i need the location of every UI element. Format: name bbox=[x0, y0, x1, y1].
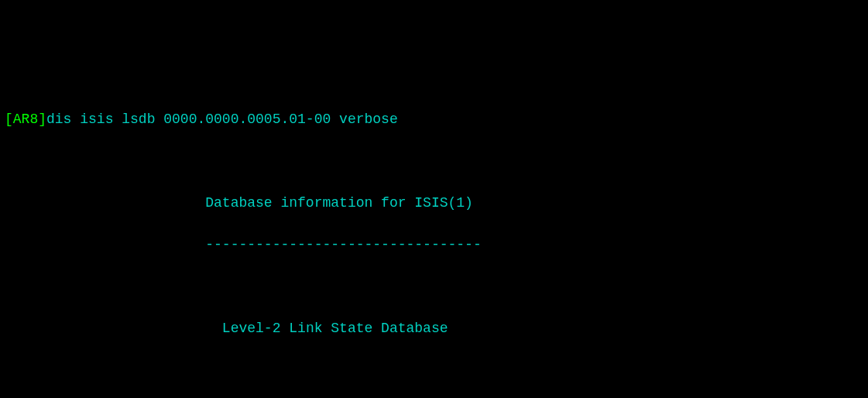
command-text: dis isis lsdb 0000.0000.0005.01-00 verbo… bbox=[46, 112, 398, 127]
divider: --------------------------------- bbox=[205, 237, 481, 252]
prompt: [AR8] bbox=[5, 112, 46, 127]
terminal-output: [AR8]dis isis lsdb 0000.0000.0005.01-00 … bbox=[5, 88, 863, 398]
section-title: Level-2 Link State Database bbox=[222, 321, 448, 336]
db-title: Database information for ISIS(1) bbox=[205, 195, 473, 211]
